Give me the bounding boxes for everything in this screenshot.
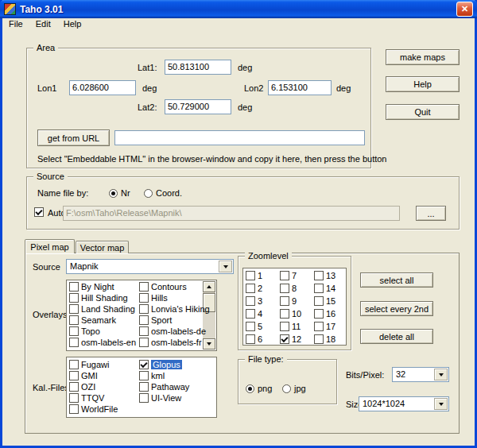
kal-checkbox-ozi[interactable]: OZI xyxy=(68,381,138,392)
lat2-input[interactable]: 50.729000 xyxy=(165,99,231,114)
zoom-checkbox-8[interactable]: 8 xyxy=(278,282,312,295)
checkbox-icon[interactable] xyxy=(139,304,149,314)
overlay-checkbox-sport[interactable]: Sport xyxy=(138,315,207,326)
overlay-checkbox-osm-labels-fr[interactable]: osm-labels-fr xyxy=(138,337,207,348)
kal-checkbox-worldfile[interactable]: WorldFile xyxy=(68,404,138,415)
dropdown-arrow-icon[interactable] xyxy=(434,369,448,380)
checkbox-icon[interactable] xyxy=(246,322,255,331)
checkbox-icon[interactable] xyxy=(69,304,79,314)
checkbox-icon[interactable] xyxy=(314,309,324,319)
zoom-checkbox-5[interactable]: 5 xyxy=(244,320,278,333)
lon2-input[interactable]: 6.153100 xyxy=(268,80,332,95)
checkbox-icon[interactable] xyxy=(246,309,255,319)
overlay-checkbox-lonvia-s-hiking[interactable]: Lonvia's Hiking xyxy=(138,303,207,315)
checkbox-icon[interactable] xyxy=(139,371,149,380)
checkbox-icon[interactable] xyxy=(280,334,289,344)
menu-help[interactable]: Help xyxy=(57,17,88,31)
checkbox-icon[interactable] xyxy=(69,360,79,369)
get-from-url-button[interactable]: get from URL xyxy=(37,129,110,146)
checkbox-icon[interactable] xyxy=(314,284,324,293)
auto-checkbox[interactable] xyxy=(34,207,44,217)
checkbox-icon[interactable] xyxy=(69,371,79,380)
overlay-checkbox-osm-labels-de[interactable]: osm-labels-de xyxy=(138,326,207,337)
zoom-checkbox-11[interactable]: 11 xyxy=(278,320,312,333)
zoom-checkbox-3[interactable]: 3 xyxy=(244,295,278,307)
checkbox-icon[interactable] xyxy=(69,404,79,414)
menu-edit[interactable]: Edit xyxy=(29,17,57,31)
checkbox-icon[interactable] xyxy=(69,315,79,325)
delete-all-button[interactable]: delete all xyxy=(360,329,433,344)
checkbox-icon[interactable] xyxy=(246,284,255,293)
radio-filetype-png[interactable] xyxy=(246,384,254,393)
tab-vector-map[interactable]: Vector map xyxy=(76,241,129,253)
checkbox-icon[interactable] xyxy=(314,334,324,344)
zoom-checkbox-10[interactable]: 10 xyxy=(278,307,312,320)
kal-checkbox-ttqv[interactable]: TTQV xyxy=(68,392,138,404)
zoom-checkbox-12[interactable]: 12 xyxy=(278,333,312,346)
checkbox-icon[interactable] xyxy=(69,293,79,303)
checkbox-icon[interactable] xyxy=(139,326,149,336)
checkbox-icon[interactable] xyxy=(139,293,149,303)
overlay-checkbox-topo[interactable]: Topo xyxy=(68,326,138,337)
tile-source-dropdown[interactable]: Mapnik xyxy=(66,259,234,274)
checkbox-icon[interactable] xyxy=(139,360,149,369)
radio-name-by-coord[interactable] xyxy=(144,189,153,198)
dropdown-arrow-icon[interactable] xyxy=(219,261,232,272)
checkbox-icon[interactable] xyxy=(314,296,324,306)
checkbox-icon[interactable] xyxy=(314,271,324,280)
zoom-checkbox-15[interactable]: 15 xyxy=(312,295,347,307)
close-button[interactable]: ✕ xyxy=(456,2,473,17)
overlay-checkbox-hills[interactable]: Hills xyxy=(138,292,207,303)
checkbox-icon[interactable] xyxy=(246,296,255,306)
select-every-2nd-button[interactable]: select every 2nd xyxy=(360,301,433,316)
zoom-checkbox-7[interactable]: 7 xyxy=(278,269,312,282)
kal-checkbox-fugawi[interactable]: Fugawi xyxy=(68,359,138,370)
zoom-checkbox-17[interactable]: 17 xyxy=(312,320,347,333)
checkbox-icon[interactable] xyxy=(69,393,79,403)
zoom-checkbox-18[interactable]: 18 xyxy=(312,333,347,346)
overlay-checkbox-hill-shading[interactable]: Hill Shading xyxy=(68,292,138,303)
checkbox-icon[interactable] xyxy=(69,338,79,347)
checkbox-icon[interactable] xyxy=(139,315,149,325)
checkbox-icon[interactable] xyxy=(69,282,79,292)
kal-checkbox-gmi[interactable]: GMI xyxy=(68,370,138,381)
size-dropdown[interactable]: 1024*1024 xyxy=(359,396,449,411)
select-all-button[interactable]: select all xyxy=(360,272,433,288)
dropdown-arrow-icon[interactable] xyxy=(434,398,448,410)
radio-name-by-nr[interactable] xyxy=(109,189,118,198)
quit-button[interactable]: Quit xyxy=(386,104,460,120)
checkbox-icon[interactable] xyxy=(139,338,149,347)
zoom-checkbox-2[interactable]: 2 xyxy=(244,282,278,295)
tab-pixel-map[interactable]: Pixel map xyxy=(25,239,75,253)
checkbox-icon[interactable] xyxy=(280,271,289,280)
overlay-checkbox-by-night[interactable]: By Night xyxy=(68,281,138,292)
bits-per-pixel-dropdown[interactable]: 32 xyxy=(392,367,449,382)
zoom-checkbox-6[interactable]: 6 xyxy=(244,333,278,346)
checkbox-icon[interactable] xyxy=(280,309,289,319)
help-button[interactable]: Help xyxy=(386,76,460,92)
checkbox-icon[interactable] xyxy=(280,296,289,306)
overlay-checkbox-seamark[interactable]: Seamark xyxy=(68,315,138,326)
zoom-checkbox-14[interactable]: 14 xyxy=(312,282,347,295)
browse-button[interactable]: ... xyxy=(416,206,446,221)
url-input[interactable] xyxy=(114,130,365,145)
radio-filetype-jpg[interactable] xyxy=(282,384,291,393)
zoom-checkbox-16[interactable]: 16 xyxy=(312,307,347,320)
checkbox-icon[interactable] xyxy=(314,322,324,331)
checkbox-icon[interactable] xyxy=(69,326,79,336)
checkbox-icon[interactable] xyxy=(69,382,79,392)
checkbox-icon[interactable] xyxy=(246,334,255,344)
overlay-checkbox-contours[interactable]: Contours xyxy=(138,281,207,292)
make-maps-button[interactable]: make maps xyxy=(386,49,460,65)
checkbox-icon[interactable] xyxy=(280,284,289,293)
checkbox-icon[interactable] xyxy=(280,322,289,331)
menu-file[interactable]: File xyxy=(2,17,29,31)
lat1-input[interactable]: 50.813100 xyxy=(165,60,231,75)
kal-checkbox-kml[interactable]: kml xyxy=(138,370,207,381)
zoom-checkbox-9[interactable]: 9 xyxy=(278,295,312,307)
zoom-checkbox-1[interactable]: 1 xyxy=(244,269,278,282)
lon1-input[interactable]: 6.028600 xyxy=(69,80,136,95)
kal-checkbox-glopus[interactable]: Glopus xyxy=(138,359,207,370)
overlay-checkbox-land-shading[interactable]: Land Shading xyxy=(68,303,138,315)
checkbox-icon[interactable] xyxy=(139,282,149,292)
